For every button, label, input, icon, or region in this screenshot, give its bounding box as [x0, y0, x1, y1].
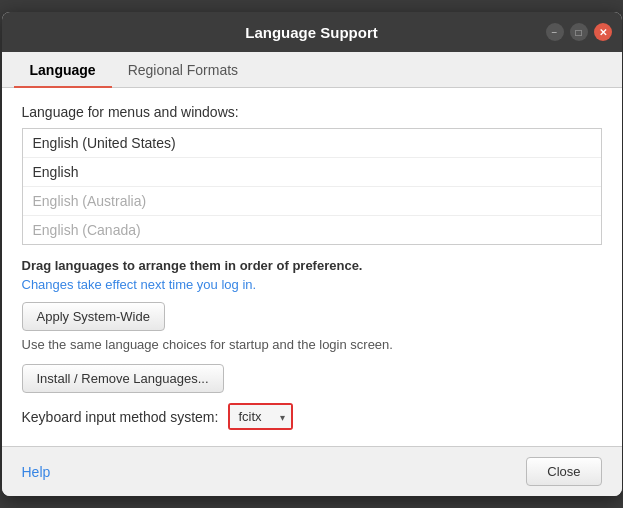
maximize-button[interactable]: □: [570, 23, 588, 41]
keyboard-dropdown-highlight: fcitx ibus xim none ▾: [228, 403, 293, 430]
close-window-button[interactable]: ✕: [594, 23, 612, 41]
list-item[interactable]: English (United States): [23, 129, 601, 158]
language-list: English (United States) English English …: [22, 128, 602, 245]
lang-for-menus-label: Language for menus and windows:: [22, 104, 602, 120]
close-icon: ✕: [599, 27, 607, 38]
keyboard-label: Keyboard input method system:: [22, 409, 219, 425]
footer: Help Close: [2, 446, 622, 496]
changes-note: Changes take effect next time you log in…: [22, 277, 602, 292]
use-same-text: Use the same language choices for startu…: [22, 337, 602, 352]
titlebar: Language Support − □ ✕: [2, 12, 622, 52]
help-link[interactable]: Help: [22, 464, 51, 480]
tab-bar: Language Regional Formats: [2, 52, 622, 88]
tab-language[interactable]: Language: [14, 52, 112, 88]
list-item[interactable]: English: [23, 158, 601, 187]
list-item[interactable]: English (Australia): [23, 187, 601, 216]
minimize-icon: −: [552, 27, 558, 38]
install-remove-languages-button[interactable]: Install / Remove Languages...: [22, 364, 224, 393]
keyboard-dropdown-wrapper: fcitx ibus xim none ▾: [230, 405, 291, 428]
window-title: Language Support: [245, 24, 378, 41]
close-button[interactable]: Close: [526, 457, 601, 486]
window-controls: − □ ✕: [546, 23, 612, 41]
language-support-window: Language Support − □ ✕ Language Regional…: [2, 12, 622, 496]
maximize-icon: □: [575, 27, 581, 38]
keyboard-input-method-select[interactable]: fcitx ibus xim none: [230, 405, 291, 428]
list-item[interactable]: English (Canada): [23, 216, 601, 244]
main-content: Language for menus and windows: English …: [2, 88, 622, 446]
drag-note: Drag languages to arrange them in order …: [22, 257, 602, 273]
tab-regional-formats[interactable]: Regional Formats: [112, 52, 255, 88]
keyboard-input-row: Keyboard input method system: fcitx ibus…: [22, 403, 602, 430]
apply-system-wide-button[interactable]: Apply System-Wide: [22, 302, 165, 331]
minimize-button[interactable]: −: [546, 23, 564, 41]
